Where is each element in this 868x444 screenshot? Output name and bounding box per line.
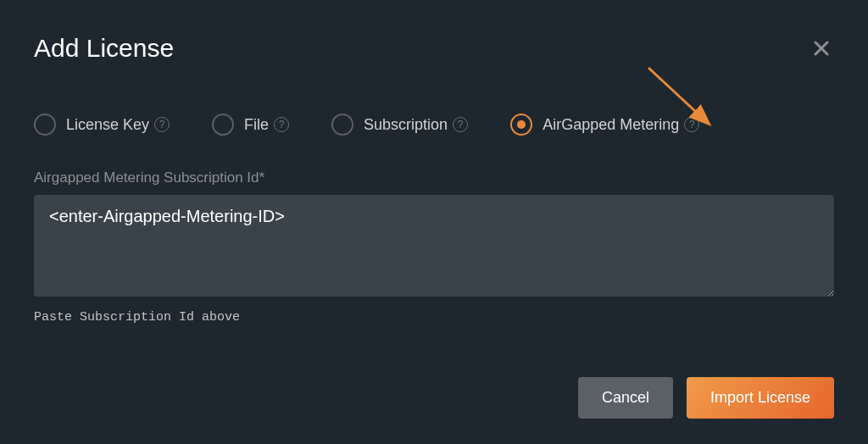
dialog-footer: Cancel Import License bbox=[578, 377, 834, 419]
close-button[interactable] bbox=[809, 36, 834, 61]
radio-indicator bbox=[510, 114, 532, 136]
radio-label: File ? bbox=[244, 116, 289, 134]
close-icon bbox=[814, 35, 829, 62]
import-license-button[interactable]: Import License bbox=[687, 377, 834, 419]
field-helper-text: Paste Subscription Id above bbox=[34, 310, 834, 325]
radio-indicator bbox=[331, 114, 353, 136]
dialog-header: Add License bbox=[34, 34, 834, 63]
dialog-title: Add License bbox=[34, 34, 174, 63]
radio-subscription[interactable]: Subscription ? bbox=[331, 114, 468, 136]
radio-dot-icon bbox=[517, 120, 526, 129]
help-icon[interactable]: ? bbox=[453, 117, 468, 132]
subscription-id-input[interactable] bbox=[34, 195, 834, 297]
radio-license-key[interactable]: License Key ? bbox=[34, 114, 170, 136]
radio-file[interactable]: File ? bbox=[212, 114, 289, 136]
help-icon[interactable]: ? bbox=[684, 117, 699, 132]
radio-indicator bbox=[34, 114, 56, 136]
help-icon[interactable]: ? bbox=[154, 117, 170, 132]
radio-label: AirGapped Metering ? bbox=[542, 116, 699, 134]
subscription-id-field: Airgapped Metering Subscription Id* Past… bbox=[34, 169, 834, 325]
radio-airgapped-metering[interactable]: AirGapped Metering ? bbox=[510, 114, 699, 136]
help-icon[interactable]: ? bbox=[274, 117, 289, 132]
field-label: Airgapped Metering Subscription Id* bbox=[34, 169, 834, 186]
radio-label: License Key ? bbox=[66, 116, 170, 134]
radio-label: Subscription ? bbox=[364, 116, 468, 134]
radio-indicator bbox=[212, 114, 234, 136]
cancel-button[interactable]: Cancel bbox=[578, 377, 673, 419]
license-type-radio-group: License Key ? File ? Subscription ? AirG… bbox=[34, 114, 834, 136]
